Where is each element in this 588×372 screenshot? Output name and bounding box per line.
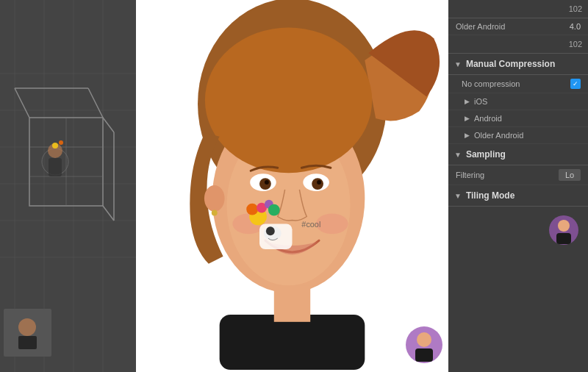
filtering-label: Filtering <box>456 171 484 179</box>
svg-point-40 <box>265 180 269 185</box>
tiling-mode-title: Tiling Mode <box>466 190 514 201</box>
svg-rect-57 <box>415 348 433 362</box>
svg-point-56 <box>417 332 431 347</box>
checkmark-icon: ✓ <box>573 80 578 87</box>
viewport-left[interactable] <box>0 0 136 372</box>
sampling-arrow: ▼ <box>454 151 462 159</box>
svg-point-35 <box>212 210 218 216</box>
android-item[interactable]: ▶ Android <box>448 110 588 127</box>
sampling-title: Sampling <box>466 149 506 160</box>
svg-rect-53 <box>220 315 365 370</box>
tiling-mode-header[interactable]: ▼ Tiling Mode <box>448 185 588 207</box>
svg-point-41 <box>317 180 321 185</box>
svg-rect-60 <box>556 233 571 244</box>
android-label: Android <box>474 114 502 123</box>
older-android-arrow-icon: ▶ <box>465 132 470 139</box>
svg-point-45 <box>246 204 258 215</box>
no-compression-label: No compression <box>462 79 520 88</box>
properties-panel: 102 Older Android 4.0 102 ▼ Manual Compr… <box>448 0 588 372</box>
svg-point-43 <box>316 214 348 235</box>
manual-compression-header[interactable]: ▼ Manual Compression <box>448 54 588 75</box>
top-info: 102 <box>448 0 588 18</box>
svg-rect-28 <box>18 336 37 349</box>
older-android-sub-item[interactable]: ▶ Older Android <box>448 127 588 144</box>
older-android-sub-label: Older Android <box>474 131 523 140</box>
viewport-center: #cool <box>136 0 448 372</box>
number-display-2: 102 <box>569 40 582 49</box>
ios-label: iOS <box>474 97 487 106</box>
svg-point-25 <box>59 140 63 145</box>
no-compression-checkbox[interactable]: ✓ <box>570 79 581 89</box>
tiling-mode-arrow: ▼ <box>454 192 462 200</box>
android-arrow-icon: ▶ <box>465 115 470 122</box>
manual-compression-arrow: ▼ <box>454 60 462 68</box>
svg-point-24 <box>52 143 58 149</box>
panel-thumbnail-icon <box>548 214 581 247</box>
older-android-label: Older Android <box>456 22 505 31</box>
top-info-2: 102 <box>448 35 588 54</box>
svg-point-51 <box>266 226 275 235</box>
svg-point-48 <box>268 204 280 216</box>
ios-item[interactable]: ▶ iOS <box>448 93 588 110</box>
svg-point-33 <box>205 28 372 174</box>
manual-compression-title: Manual Compression <box>466 59 555 69</box>
panel-thumbnail-area <box>448 207 588 254</box>
number-display-1: 102 <box>569 4 582 13</box>
svg-text:#cool: #cool <box>301 220 320 229</box>
filtering-value[interactable]: Lo <box>559 169 581 181</box>
svg-point-34 <box>204 185 225 212</box>
svg-point-27 <box>18 318 36 336</box>
older-android-row: Older Android 4.0 <box>448 18 588 35</box>
svg-rect-54 <box>274 285 310 321</box>
filtering-row: Filtering Lo <box>448 165 588 185</box>
older-android-value: 4.0 <box>570 22 581 31</box>
thumbnail-preview <box>404 325 445 368</box>
face-preview: #cool <box>136 0 448 372</box>
ios-arrow-icon: ▶ <box>465 98 470 105</box>
sampling-header[interactable]: ▼ Sampling <box>448 144 588 165</box>
svg-point-59 <box>558 220 570 232</box>
no-compression-row: No compression ✓ <box>448 75 588 93</box>
svg-rect-23 <box>49 158 62 176</box>
